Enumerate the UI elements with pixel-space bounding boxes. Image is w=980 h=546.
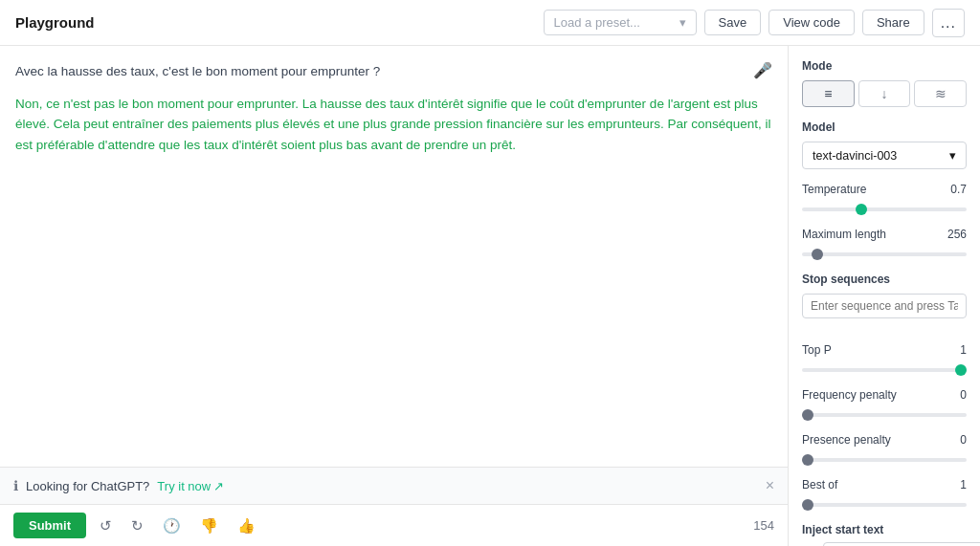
presence-penalty-slider-container [802,450,967,465]
chatgpt-banner: ℹ Looking for ChatGPT? Try it now ↗ × [0,467,788,504]
save-button[interactable]: Save [704,10,762,35]
temperature-value: 0.7 [950,183,967,196]
redo-button[interactable]: ↻ [125,513,149,538]
inject-start-label: Inject start text [802,523,967,536]
model-section: Model text-davinci-003 ▾ [802,120,967,169]
mode-complete-button[interactable]: ≡ [802,80,855,107]
temperature-slider-container [802,200,967,214]
external-link-icon: ↗ [213,479,224,493]
frequency-penalty-slider-container [802,405,967,420]
share-button[interactable]: Share [862,10,924,35]
page-title: Playground [15,14,544,31]
stop-sequences-section: Stop sequences [802,273,967,330]
inject-start-row: ✓ [802,542,967,546]
max-length-slider-container [802,245,967,259]
temperature-label: Temperature [802,183,866,196]
model-value: text-davinci-003 [813,149,897,163]
banner-close-button[interactable]: × [766,477,774,494]
header-controls: Load a preset... ▾ Save View code Share … [544,9,965,37]
response-text: Non, ce n'est pas le bon moment pour emp… [15,94,772,156]
top-p-slider[interactable] [802,368,967,372]
presence-penalty-value: 0 [960,433,967,447]
thumbs-up-button[interactable]: 👍 [232,513,261,538]
stop-sequences-label: Stop sequences [802,273,967,286]
presence-penalty-section: Presence penalty 0 [802,433,967,465]
char-count: 154 [753,518,774,533]
max-length-slider[interactable] [802,252,967,256]
temperature-section: Temperature 0.7 [802,183,967,214]
frequency-penalty-section: Frequency penalty 0 [802,388,967,420]
settings-sidebar: Mode ≡ ↓ ≋ Model text-davinci-003 ▾ Temp… [789,46,980,546]
mic-icon[interactable]: 🎤 [753,61,772,79]
mode-insert-button[interactable]: ↓ [858,80,911,107]
best-of-value: 1 [960,478,967,491]
top-p-value: 1 [960,343,967,357]
presence-penalty-slider[interactable] [802,458,967,462]
best-of-label: Best of [802,478,837,491]
try-it-now-link[interactable]: Try it now ↗ [157,479,224,493]
main-layout: Avec la hausse des taux, c'est le bon mo… [0,46,980,546]
chevron-down-icon: ▾ [679,15,686,30]
header: Playground Load a preset... ▾ Save View … [0,0,980,46]
editor-area[interactable]: Avec la hausse des taux, c'est le bon mo… [0,46,788,467]
submit-button[interactable]: Submit [13,513,86,538]
presence-penalty-row: Presence penalty 0 [802,433,967,447]
frequency-penalty-slider[interactable] [802,413,967,417]
left-panel: Avec la hausse des taux, c'est le bon mo… [0,46,789,546]
model-dropdown[interactable]: text-davinci-003 ▾ [802,142,967,169]
toolbar: Submit ↺ ↻ 🕐 👎 👍 154 [0,504,788,546]
max-length-value: 256 [947,228,967,241]
best-of-slider-container [802,495,967,510]
prompt-text: Avec la hausse des taux, c'est le bon mo… [15,61,772,82]
model-label: Model [802,120,967,134]
top-p-label: Top P [802,343,832,357]
stop-sequences-input[interactable] [802,294,967,318]
temperature-row: Temperature 0.7 [802,183,967,196]
inject-start-input[interactable] [823,542,980,546]
chevron-down-icon: ▾ [949,148,956,163]
frequency-penalty-row: Frequency penalty 0 [802,388,967,402]
frequency-penalty-value: 0 [960,388,967,402]
top-p-section: Top P 1 [802,343,967,375]
preset-placeholder: Load a preset... [554,15,640,30]
mode-edit-button[interactable]: ≋ [914,80,967,107]
best-of-row: Best of 1 [802,478,967,491]
mode-buttons: ≡ ↓ ≋ [802,80,967,107]
top-p-slider-container [802,360,967,375]
info-icon: ℹ [13,478,18,493]
history-button[interactable]: 🕐 [157,513,187,538]
max-length-section: Maximum length 256 [802,228,967,259]
thumbs-down-button[interactable]: 👎 [194,513,224,538]
mode-section: Mode ≡ ↓ ≋ [802,59,967,107]
more-options-button[interactable]: ... [932,9,965,37]
max-length-label: Maximum length [802,228,886,241]
mode-label: Mode [802,59,967,73]
banner-text: Looking for ChatGPT? [26,479,149,493]
presence-penalty-label: Presence penalty [802,433,891,447]
frequency-penalty-label: Frequency penalty [802,388,897,402]
try-it-now-label: Try it now [157,479,211,493]
undo-button[interactable]: ↺ [94,513,118,538]
view-code-button[interactable]: View code [768,10,855,35]
best-of-slider[interactable] [802,503,967,507]
preset-dropdown[interactable]: Load a preset... ▾ [544,10,697,35]
temperature-slider[interactable] [802,207,967,211]
best-of-section: Best of 1 [802,478,967,510]
top-p-row: Top P 1 [802,343,967,357]
max-length-row: Maximum length 256 [802,228,967,241]
inject-start-section: Inject start text ✓ [802,523,967,546]
